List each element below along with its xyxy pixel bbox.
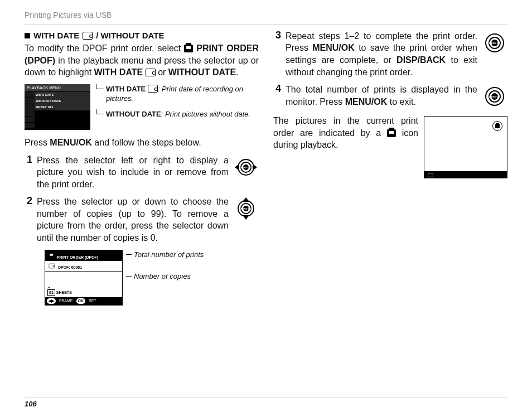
manual-page: Printing Pictures via USB WITH DATE / WI…: [0, 0, 532, 417]
intro-text3: or: [158, 67, 168, 77]
s4b: MENU/OK: [345, 97, 388, 106]
selector-left-right-icon: MENU OK: [233, 154, 259, 180]
lcd-labels: WITH DATE WITHOUT DATE RESET ALL: [35, 92, 90, 129]
dpof-lcd-count-text: DPOF: 00001: [58, 265, 82, 269]
s3b: MENU/OK: [312, 43, 355, 52]
annot-withoutdate: WITHOUT DATE: Print pictures without dat…: [96, 109, 259, 119]
intro-paragraph: To modify the DPOF print order, select P…: [25, 42, 259, 79]
step-2: 2 Press the selector up or down to choos…: [25, 196, 259, 244]
step-3-text: Repeat steps 1–2 to complete the print o…: [286, 30, 477, 78]
annot-withoutdate-label: WITHOUT DATE: [106, 110, 161, 118]
page-number: 106: [25, 399, 37, 409]
dpof-lcd-title-text: PRINT ORDER (DPOF): [57, 255, 98, 259]
step-number: 3: [273, 30, 281, 41]
svg-marker-10: [243, 197, 249, 202]
left-column: WITH DATE / WITHOUT DATE To modify the D…: [25, 30, 259, 388]
frame-pill: ◀▶: [47, 298, 56, 303]
intro-bold-withoutdate: WITHOUT DATE: [168, 67, 236, 77]
dpof-lcd-count: DPOF: 00001: [45, 261, 122, 271]
dpof-foot-set: SET: [89, 298, 96, 303]
step-1: 1 Press the selector left or right to di…: [25, 154, 259, 191]
closing-paragraph: The pictures in the current print order …: [273, 115, 507, 151]
step-4: 4 The total number of prints is displaye…: [273, 84, 507, 109]
annot-num-copies: Number of copies: [128, 271, 259, 282]
dpof-lcd: PRINT ORDER (DPOF) DPOF: 00001 ▲ 01SHEET…: [45, 250, 123, 306]
selector-ok-icon: MENU OK: [482, 84, 507, 109]
intro-text: To modify the DPOF print order, select: [25, 43, 184, 53]
svg-text:MENU OK: MENU OK: [489, 95, 500, 98]
step-4-text: The total number of prints is displayed …: [286, 84, 477, 108]
lcd-title: PLAYBACK MENU: [25, 84, 90, 91]
print-order-icon: [184, 45, 193, 52]
playback-menu-lcd: PLAYBACK MENU WITH DATE WITHOUT DATE RES…: [25, 84, 90, 130]
step-3: 3 Repeat steps 1–2 to complete the print…: [273, 30, 507, 78]
calendar-date-icon: [146, 69, 156, 76]
lcd-row-withdate: WITH DATE: [35, 92, 90, 98]
dpof-annotations: Total number of prints Number of copies: [128, 250, 259, 306]
playback-menu-annotations: WITH DATE : Print date of recording on p…: [96, 84, 259, 130]
press-menu-t1: Press: [25, 138, 50, 147]
step-number: 4: [273, 84, 281, 95]
print-indicator-icon: [492, 121, 502, 131]
lcd-row-withoutdate: WITHOUT DATE: [35, 98, 90, 104]
dpof-lcd-sheets: ▲ 01SHEETS: [47, 284, 72, 296]
svg-text:MENU OK: MENU OK: [241, 207, 252, 210]
footer-rule: [25, 397, 507, 398]
playback-preview-footer: [424, 171, 507, 178]
s3d: DISP/BACK: [396, 55, 446, 65]
closing-t1: The pictures in the current print order …: [273, 116, 418, 138]
press-menu-paragraph: Press MENU/OK and follow the steps below…: [25, 137, 259, 149]
dpof-figure: PRINT ORDER (DPOF) DPOF: 00001 ▲ 01SHEET…: [45, 250, 259, 306]
running-head: Printing Pictures via USB: [25, 10, 507, 25]
calendar-date-icon: [148, 85, 158, 93]
print-order-icon: [387, 129, 396, 137]
annot-withoutdate-text: : Print pictures without date.: [161, 110, 250, 118]
press-menu-t2: and follow the steps below.: [92, 138, 201, 147]
heading-withdate: WITH DATE: [33, 30, 79, 41]
svg-marker-11: [243, 215, 249, 220]
intro-text4: .: [236, 67, 238, 77]
dpof-sheets-number: 01: [47, 289, 55, 295]
dpof-sheets-label: SHEETS: [56, 290, 72, 294]
heading-withoutdate: / WITHOUT DATE: [96, 30, 164, 41]
calendar-date-icon: [83, 32, 93, 40]
lcd-row-resetall: RESET ALL: [35, 104, 90, 110]
dpof-lcd-title: PRINT ORDER (DPOF): [45, 250, 122, 261]
selector-ok-icon: MENU OK: [482, 30, 507, 56]
step-2-text: Press the selector up or down to choose …: [37, 196, 229, 244]
svg-text:MENU OK: MENU OK: [489, 42, 500, 45]
right-column: 3 Repeat steps 1–2 to complete the print…: [273, 30, 507, 388]
s4c: to exit.: [387, 97, 416, 106]
intro-bold-withdate: WITH DATE: [94, 67, 146, 77]
step-1-text: Press the selector left or right to disp…: [37, 154, 229, 191]
svg-marker-5: [253, 164, 257, 171]
step-number: 2: [25, 196, 32, 207]
press-menu-bold: MENU/OK: [50, 138, 92, 147]
step-number: 1: [25, 154, 32, 166]
playback-preview-lcd: [424, 116, 507, 178]
annot-total-prints: Total number of prints: [128, 250, 259, 260]
print-order-icon: [48, 253, 54, 258]
lcd-rows: WITH DATE WITHOUT DATE RESET ALL: [25, 92, 90, 129]
square-bullet-icon: [25, 33, 30, 38]
lcd-side-icons: [25, 92, 35, 129]
ok-pill: OK: [76, 298, 86, 303]
svg-text:MENU OK: MENU OK: [241, 166, 252, 169]
dpof-foot-frame: FRAME: [59, 298, 73, 303]
calendar-date-icon: [49, 264, 55, 268]
section-heading: WITH DATE / WITHOUT DATE: [25, 30, 259, 41]
two-column-layout: WITH DATE / WITHOUT DATE To modify the D…: [25, 30, 507, 388]
dpof-lcd-footer: ◀▶FRAME OKSET: [45, 297, 122, 304]
playback-menu-figure: PLAYBACK MENU WITH DATE WITHOUT DATE RES…: [25, 84, 259, 130]
annot-withdate: WITH DATE : Print date of recording on p…: [96, 84, 259, 104]
svg-marker-4: [235, 164, 239, 171]
annot-withdate-label: WITH DATE: [106, 85, 148, 93]
selector-up-down-icon: MENU OK: [233, 196, 259, 221]
